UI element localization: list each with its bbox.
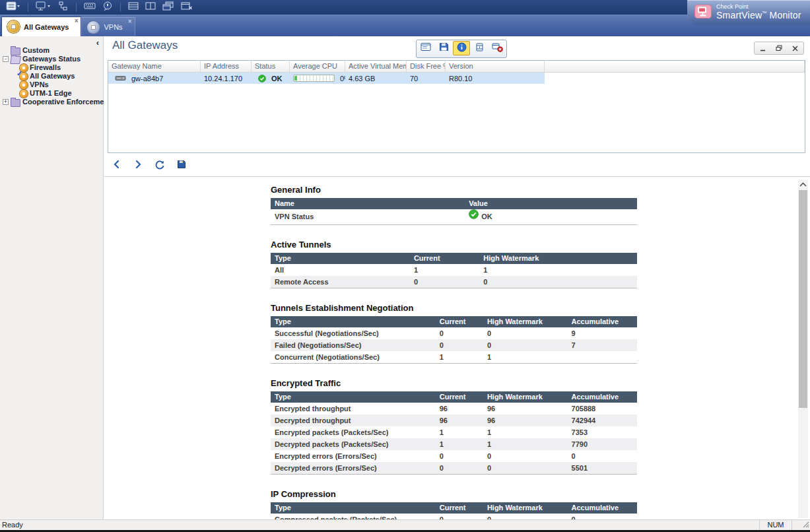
tab-close-icon[interactable]: × bbox=[128, 18, 132, 25]
detail-table-header: TypeCurrentHigh Watermark bbox=[271, 253, 637, 264]
cell: Encrypted packets (Packets/Sec) bbox=[271, 426, 436, 438]
forward-icon bbox=[133, 160, 143, 172]
feedback-button[interactable] bbox=[100, 1, 116, 13]
column-header-version[interactable]: Version bbox=[446, 61, 545, 72]
column-header-disk-free[interactable]: Disk Free % bbox=[407, 61, 446, 72]
detail-table-header: TypeCurrentHigh WatermarkAccumulative bbox=[271, 391, 637, 403]
detail-row: Decrypted throughput9696742944 bbox=[271, 415, 637, 426]
tree-item-label: Custom bbox=[22, 46, 50, 55]
disconnect-button[interactable] bbox=[489, 41, 506, 55]
back-button[interactable] bbox=[112, 160, 121, 172]
tab-close-icon[interactable]: × bbox=[75, 18, 79, 24]
sidebar-item-utm-1-edge[interactable]: UTM-1 Edge bbox=[0, 89, 103, 98]
cell: 96 bbox=[436, 415, 483, 426]
minimize-button[interactable] bbox=[760, 46, 766, 51]
header-cell-value: Value bbox=[465, 198, 637, 209]
detail-table: TypeCurrentHigh WatermarkAll11Remote Acc… bbox=[271, 253, 637, 288]
hierarchy-button[interactable] bbox=[55, 1, 71, 13]
scroll-up-icon[interactable] bbox=[798, 180, 808, 189]
header-cell-name: Name bbox=[271, 198, 465, 209]
column-header-status[interactable]: Status bbox=[252, 61, 290, 72]
sidebar-item-vpns[interactable]: VPNs bbox=[0, 81, 103, 89]
gateway-row[interactable]: gw-a84b710.24.1.170OK0%4.63 GB70R80.10 bbox=[108, 73, 545, 84]
detail-table: NameValueVPN StatusOK bbox=[271, 198, 637, 225]
cell: 1 bbox=[479, 264, 637, 276]
menu-button[interactable] bbox=[3, 1, 23, 13]
cell: 705888 bbox=[568, 403, 637, 415]
detail-pane: General InfoNameValueVPN StatusOKActive … bbox=[104, 176, 810, 520]
header-cell-current: Current bbox=[436, 502, 483, 514]
sidebar-item-cooperative-enforcement[interactable]: +Cooperative Enforcement bbox=[0, 98, 103, 106]
forward-button[interactable] bbox=[133, 160, 143, 172]
cell: 0 bbox=[410, 276, 479, 288]
header-cell-accumulative: Accumulative bbox=[568, 316, 637, 327]
cascade-windows-icon bbox=[162, 1, 174, 13]
close-window-button[interactable] bbox=[178, 1, 195, 13]
details-button[interactable] bbox=[417, 41, 434, 55]
columns-button[interactable] bbox=[143, 1, 158, 13]
column-header-active-virtual-memory[interactable]: Active Virtual Memory bbox=[345, 61, 407, 72]
gateway-checked-icon: ✓ bbox=[20, 73, 28, 81]
sidebar-item-gateways-status[interactable]: -Gateways Status bbox=[0, 55, 103, 63]
resize-grip[interactable] bbox=[801, 520, 809, 529]
section-title: General Info bbox=[271, 185, 637, 195]
tab-vpns[interactable]: VPNs× bbox=[81, 17, 135, 36]
columns-icon bbox=[145, 1, 156, 13]
cell: Decrypted throughput bbox=[271, 415, 436, 426]
detail-row: Encrypted packets (Packets/Sec)117353 bbox=[271, 426, 637, 438]
smartview-monitor-window: All Gateways×VPNs× Check Point SmartView… bbox=[0, 0, 810, 532]
cpu-cell: 0% bbox=[290, 75, 345, 83]
gateway-status-button[interactable] bbox=[471, 41, 488, 55]
tab-all-gateways[interactable]: All Gateways× bbox=[1, 17, 81, 36]
detail-row: Encrypted throughput9696705888 bbox=[271, 403, 637, 415]
sidebar-item-custom[interactable]: Custom bbox=[0, 46, 103, 55]
cell: 96 bbox=[436, 403, 483, 415]
header-cell-type: Type bbox=[271, 316, 436, 327]
cascade-windows-button[interactable] bbox=[160, 1, 177, 13]
info-button[interactable] bbox=[453, 41, 470, 55]
expand-box-icon[interactable]: + bbox=[3, 99, 9, 105]
header-cell-high-watermark: High Watermark bbox=[479, 253, 637, 264]
gateway-icon bbox=[20, 90, 28, 98]
tree-item-label: UTM-1 Edge bbox=[30, 89, 72, 98]
monitor-mode-button[interactable] bbox=[33, 1, 54, 13]
cell: 1 bbox=[436, 351, 483, 363]
restore-button[interactable] bbox=[776, 45, 782, 51]
keyboard-icon bbox=[84, 1, 96, 13]
header-cell-high-watermark: High Watermark bbox=[483, 391, 568, 403]
column-header-gateway-name[interactable]: Gateway Name bbox=[108, 61, 201, 72]
refresh-button[interactable] bbox=[154, 160, 165, 172]
column-header-average-cpu[interactable]: Average CPU bbox=[290, 61, 345, 72]
column-header-ip-address[interactable]: IP Address bbox=[201, 61, 252, 72]
detail-row: All11 bbox=[271, 264, 637, 276]
close-window-icon bbox=[181, 1, 193, 13]
detail-content: General InfoNameValueVPN StatusOKActive … bbox=[104, 177, 810, 520]
info-icon bbox=[457, 42, 467, 55]
sidebar-item-all-gateways[interactable]: ✓All Gateways bbox=[0, 72, 103, 81]
cell: Decrypted errors (Errors/Sec) bbox=[271, 462, 436, 474]
cell: 1 bbox=[410, 264, 479, 276]
gateways-table-header: Gateway NameIP AddressStatusAverage CPUA… bbox=[108, 61, 805, 73]
cell: 0 bbox=[483, 339, 568, 351]
section-encrypted-traffic: Encrypted TrafficTypeCurrentHigh Waterma… bbox=[271, 378, 637, 475]
collapse-box-icon[interactable]: - bbox=[3, 56, 9, 62]
list-rows-button[interactable] bbox=[125, 1, 141, 13]
cell: 742944 bbox=[568, 415, 637, 426]
save-report-button[interactable] bbox=[177, 160, 186, 172]
detail-row: Concurrent (Negotiations/Sec)11 bbox=[271, 351, 637, 363]
sidebar-item-firewalls[interactable]: Firewalls bbox=[0, 63, 103, 72]
cell: Successful (Negotiations/Sec) bbox=[271, 327, 436, 339]
close-button[interactable] bbox=[792, 46, 798, 51]
sidebar-collapse-button[interactable]: ‹ bbox=[96, 38, 99, 48]
section-title: Active Tunnels bbox=[271, 240, 637, 249]
cell: 7790 bbox=[568, 438, 637, 450]
ip-address-cell: 10.24.1.170 bbox=[201, 75, 252, 83]
vertical-scrollbar[interactable] bbox=[798, 180, 808, 518]
version-cell: R80.10 bbox=[446, 75, 545, 83]
save-button[interactable] bbox=[435, 41, 452, 55]
header-cell-current: Current bbox=[436, 316, 483, 327]
keyboard-button[interactable] bbox=[81, 1, 98, 13]
scroll-thumb[interactable] bbox=[799, 190, 807, 408]
tree-item-label: Firewalls bbox=[30, 63, 61, 72]
header-cell-current: Current bbox=[410, 253, 479, 264]
